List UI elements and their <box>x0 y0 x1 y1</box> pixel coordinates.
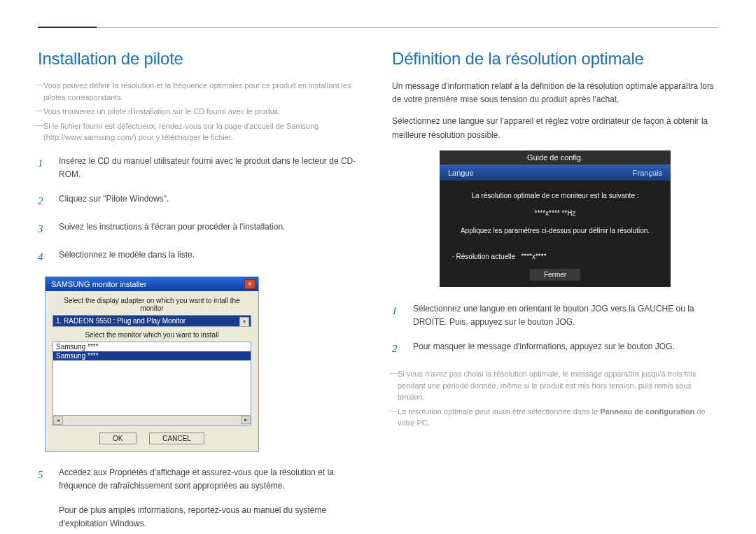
ok-button[interactable]: OK <box>99 433 136 444</box>
step-num: 2 <box>392 340 403 357</box>
osd-language-row[interactable]: Langue Français <box>440 165 671 181</box>
right-intro-1: Un message d'information relatif à la dé… <box>392 80 718 106</box>
monitor-item-1[interactable]: Samsung **** <box>53 342 251 351</box>
left-step-3: 3Suivez les instructions à l'écran pour … <box>38 220 364 237</box>
left-column: Installation de pilote Vous pouvez défin… <box>38 49 364 534</box>
step-text: Insérez le CD du manuel utilisateur four… <box>59 155 364 181</box>
dialog-title-text: SAMSUNG monitor installer <box>51 280 146 288</box>
right-note-2: La résolution optimale peut aussi être s… <box>392 406 718 429</box>
right-steps: 1Sélectionnez une langue en orientant le… <box>392 302 718 357</box>
close-icon[interactable]: × <box>244 279 255 289</box>
chevron-down-icon[interactable]: ▾ <box>239 317 249 327</box>
monitor-listbox[interactable]: Samsung **** Samsung **** ◂ ▸ <box>52 342 251 426</box>
osd-title: Guide de config. <box>440 150 671 164</box>
osd-close-row: Fermer <box>440 270 671 279</box>
right-note-list: Si vous n'avez pas choisi la résolution … <box>392 368 718 429</box>
scroll-right-icon[interactable]: ▸ <box>241 416 251 424</box>
osd-body: La résolution optimale de ce moniteur es… <box>440 181 671 253</box>
osd-line-3: Appliquez les paramètres ci-dessus pour … <box>452 227 658 234</box>
windows-installer-dialog: SAMSUNG monitor installer × Select the d… <box>45 276 259 452</box>
left-step-1: 1Insérez le CD du manuel utilisateur fou… <box>38 155 364 181</box>
left-closing-para: Pour de plus amples informations, report… <box>59 504 364 531</box>
osd-line-2: ****x**** **Hz <box>452 209 658 217</box>
step-num: 1 <box>392 302 403 329</box>
step-num: 4 <box>38 248 49 265</box>
osd-line-1: La résolution optimale de ce moniteur es… <box>452 192 658 199</box>
osd-res-value: ****x**** <box>521 253 546 260</box>
config-panel-ref: Panneau de configuration <box>600 407 694 416</box>
left-note-list: Vous pouvez définir la résolution et la … <box>38 80 364 143</box>
step-text: Sélectionnez une langue en orientant le … <box>413 302 718 329</box>
right-title: Définition de la résolution optimale <box>392 49 718 69</box>
right-intro-2: Sélectionnez une langue sur l'appareil e… <box>392 115 718 141</box>
left-step-5: 5Accédez aux Propriétés d'affichage et a… <box>38 466 364 493</box>
adapter-selected: 1. RADEON 9550 : Plug and Play Monitor <box>53 316 251 326</box>
scroll-left-icon[interactable]: ◂ <box>53 416 63 425</box>
dialog-body: Select the display adapter on which you … <box>46 291 258 451</box>
left-note-2: Vous trouverez un pilote d'installation … <box>38 106 364 118</box>
osd-language-value: Français <box>633 169 662 177</box>
right-column: Définition de la résolution optimale Un … <box>392 49 718 534</box>
header-rule-thin <box>97 27 718 28</box>
right-note-1: Si vous n'avez pas choisi la résolution … <box>392 368 718 403</box>
osd-language-label: Langue <box>448 169 474 177</box>
step-text: Cliquez sur "Pilote Windows". <box>59 192 364 209</box>
osd-res-label: · Résolution actuelle <box>452 253 515 260</box>
right-step-2: 2Pour masquer le message d'informations,… <box>392 340 718 357</box>
left-note-3: Si le fichier fourni est défectueux, ren… <box>38 120 364 143</box>
monitor-item-2[interactable]: Samsung **** <box>53 351 251 360</box>
adapter-dropdown[interactable]: 1. RADEON 9550 : Plug and Play Monitor ▾ <box>52 315 251 327</box>
step-num: 2 <box>38 192 49 209</box>
step-num: 1 <box>38 155 49 181</box>
cancel-button[interactable]: CANCEL <box>149 433 204 444</box>
step-num: 3 <box>38 220 49 237</box>
left-title: Installation de pilote <box>38 49 364 69</box>
left-step-2: 2Cliquez sur "Pilote Windows". <box>38 192 364 209</box>
dialog-buttons: OK CANCEL <box>52 433 251 444</box>
osd-close-button[interactable]: Fermer <box>530 269 580 281</box>
step-text: Suivez les instructions à l'écran pour p… <box>59 220 364 237</box>
step-text: Accédez aux Propriétés d'affichage et as… <box>59 466 364 493</box>
left-step-5-wrap: 5Accédez aux Propriétés d'affichage et a… <box>38 466 364 493</box>
two-column-layout: Installation de pilote Vous pouvez défin… <box>38 49 718 534</box>
header-rule <box>38 27 718 28</box>
right-step-1: 1Sélectionnez une langue en orientant le… <box>392 302 718 329</box>
adapter-label: Select the display adapter on which you … <box>52 297 251 312</box>
monitor-label: Select the monitor which you want to ins… <box>52 331 251 339</box>
step-num: 5 <box>38 466 49 493</box>
page: Installation de pilote Vous pouvez défin… <box>0 0 756 534</box>
header-rule-thick <box>38 27 97 28</box>
dialog-titlebar: SAMSUNG monitor installer × <box>46 277 258 291</box>
horizontal-scrollbar[interactable]: ◂ ▸ <box>53 415 251 425</box>
osd-guide-dialog: Guide de config. Langue Français La réso… <box>440 150 671 287</box>
left-steps: 1Insérez le CD du manuel utilisateur fou… <box>38 155 364 265</box>
left-note-1: Vous pouvez définir la résolution et la … <box>38 80 364 103</box>
left-step-4: 4Sélectionnez le modèle dans la liste. <box>38 248 364 265</box>
step-text: Sélectionnez le modèle dans la liste. <box>59 248 364 265</box>
osd-resolution-actual: · Résolution actuelle ****x**** <box>440 253 671 260</box>
step-text: Pour masquer le message d'informations, … <box>413 340 718 357</box>
